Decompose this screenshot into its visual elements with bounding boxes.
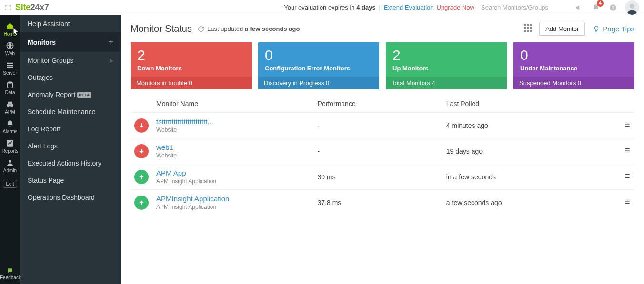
- rail-item-data[interactable]: Data: [1, 78, 18, 97]
- sidebar-item-executed-actions-history[interactable]: Executed Actions History: [20, 155, 121, 172]
- performance-value: 37.8 ms: [314, 190, 443, 215]
- notification-badge: 4: [597, 0, 604, 7]
- monitor-name-link[interactable]: web1: [156, 143, 310, 151]
- monitor-type: APM Insight Application: [156, 204, 310, 210]
- monitor-name-link[interactable]: APMInsight Application: [156, 195, 310, 203]
- chevron-right-icon: ▶: [110, 58, 113, 64]
- rail-item-web[interactable]: Web: [1, 39, 18, 58]
- table-row: tsttttttttttttttttttttttt...Website-4 mi…: [131, 113, 634, 138]
- svg-rect-18: [524, 30, 526, 32]
- svg-rect-24: [625, 148, 629, 149]
- svg-rect-27: [625, 174, 629, 175]
- svg-rect-17: [530, 27, 532, 29]
- sidebar-item-status-page[interactable]: Status Page: [20, 172, 121, 189]
- sidebar-item-operations-dashboard[interactable]: Operations Dashboard: [20, 189, 121, 206]
- sidebar-item-outages[interactable]: Outages: [20, 69, 121, 86]
- svg-rect-19: [527, 30, 529, 32]
- svg-point-9: [10, 104, 13, 107]
- col-monitor-name: Monitor Name: [152, 96, 314, 113]
- monitor-name-link[interactable]: APM App: [156, 169, 310, 177]
- last-polled-value: a few seconds ago: [443, 190, 620, 215]
- upgrade-now-link[interactable]: Upgrade Now: [437, 4, 475, 11]
- row-menu-icon[interactable]: [620, 164, 634, 190]
- sidebar-item-monitors[interactable]: Monitors+: [20, 32, 121, 52]
- rail-edit-button[interactable]: Edit: [3, 180, 17, 188]
- svg-point-8: [7, 104, 10, 107]
- feedback-button[interactable]: Feedback: [0, 267, 20, 280]
- add-icon[interactable]: +: [108, 37, 113, 47]
- sidebar-item-anomaly-report[interactable]: Anomaly ReportBETA: [20, 86, 121, 103]
- main-content: Monitor Status Last updated a few second…: [121, 15, 644, 284]
- col-performance: Performance: [314, 96, 443, 113]
- svg-rect-31: [625, 201, 629, 202]
- search-input[interactable]: [481, 4, 567, 11]
- row-menu-icon[interactable]: [620, 138, 634, 164]
- last-polled-value: 19 days ago: [443, 138, 620, 164]
- sidebar-item-monitor-groups[interactable]: Monitor Groups▶: [20, 52, 121, 69]
- svg-point-11: [9, 160, 11, 163]
- announcement-icon[interactable]: [574, 2, 584, 13]
- svg-rect-5: [7, 65, 13, 66]
- card-up-monitors[interactable]: 2Up MonitorsTotal Monitors 4: [386, 42, 507, 89]
- apps-grid-icon[interactable]: [524, 24, 532, 34]
- add-monitor-button[interactable]: Add Monitor: [539, 22, 585, 36]
- monitor-name-link[interactable]: tsttttttttttttttttttttttt...: [156, 118, 310, 126]
- svg-rect-15: [524, 27, 526, 29]
- card-down-monitors[interactable]: 2Down MonitorsMonitors in trouble 0: [131, 42, 252, 89]
- svg-rect-20: [530, 30, 532, 32]
- logo[interactable]: Site24x7: [15, 2, 49, 12]
- performance-value: 30 ms: [314, 164, 443, 190]
- monitor-type: Website: [156, 127, 310, 133]
- status-up-icon: [134, 196, 149, 210]
- row-menu-icon[interactable]: [620, 190, 634, 215]
- svg-point-2: [630, 3, 635, 9]
- user-avatar[interactable]: [625, 0, 639, 15]
- last-updated: Last updated a few seconds ago: [207, 25, 300, 32]
- eval-notice: Your evaluation expires in 4 days: [284, 4, 376, 11]
- rail-item-admin[interactable]: Admin: [1, 156, 18, 175]
- svg-rect-6: [7, 67, 13, 68]
- svg-rect-4: [7, 63, 13, 64]
- last-polled-value: in a few seconds: [443, 164, 620, 190]
- svg-text:?: ?: [612, 5, 614, 10]
- rail-item-alarms[interactable]: Alarms: [1, 117, 18, 136]
- svg-rect-22: [625, 124, 629, 125]
- main-header: Monitor Status Last updated a few second…: [131, 22, 634, 36]
- refresh-icon[interactable]: [198, 26, 204, 32]
- sidebar: Help AssistantMonitors+Monitor Groups▶Ou…: [20, 15, 121, 284]
- expand-icon[interactable]: [5, 4, 11, 11]
- rail-item-reports[interactable]: Reports: [1, 136, 18, 156]
- page-tips-link[interactable]: Page Tips: [593, 25, 634, 33]
- col-last-polled: Last Polled: [443, 96, 620, 113]
- table-row: APMInsight ApplicationAPM Insight Applic…: [131, 190, 634, 215]
- card-under-maintenance[interactable]: 0Under MaintenanceSuspended Monitors 0: [513, 42, 634, 89]
- card-configuration-error-monitors[interactable]: 0Configuration Error MonitorsDiscovery i…: [258, 42, 379, 89]
- status-up-icon: [134, 170, 149, 184]
- sidebar-item-log-report[interactable]: Log Report: [20, 120, 121, 137]
- svg-rect-26: [625, 152, 629, 152]
- help-icon[interactable]: ?: [608, 2, 618, 13]
- sidebar-item-alert-logs[interactable]: Alert Logs: [20, 137, 121, 155]
- notification-icon[interactable]: 4: [591, 2, 601, 13]
- svg-rect-13: [527, 24, 529, 26]
- row-menu-icon[interactable]: [620, 113, 634, 138]
- rail-item-home[interactable]: Home: [1, 19, 18, 39]
- svg-rect-21: [625, 123, 629, 123]
- status-down-icon: [134, 144, 149, 158]
- rail-item-apm[interactable]: APM: [1, 97, 18, 117]
- rail-item-server[interactable]: Server: [1, 58, 18, 78]
- monitor-type: Website: [156, 152, 310, 159]
- monitor-type: APM Insight Application: [156, 178, 310, 185]
- last-polled-value: 4 minutes ago: [443, 113, 620, 138]
- page-title: Monitor Status: [131, 23, 192, 34]
- svg-rect-23: [625, 126, 629, 127]
- sidebar-item-schedule-maintenance[interactable]: Schedule Maintenance: [20, 103, 121, 120]
- svg-rect-32: [625, 203, 629, 204]
- svg-rect-29: [625, 177, 629, 178]
- extend-evaluation-link[interactable]: Extend Evaluation: [384, 4, 434, 11]
- svg-rect-25: [625, 150, 629, 150]
- status-down-icon: [134, 118, 149, 133]
- topbar: Site24x7 Your evaluation expires in 4 da…: [0, 0, 644, 15]
- table-row: web1Website-19 days ago: [131, 138, 634, 164]
- sidebar-item-help-assistant[interactable]: Help Assistant: [20, 15, 121, 32]
